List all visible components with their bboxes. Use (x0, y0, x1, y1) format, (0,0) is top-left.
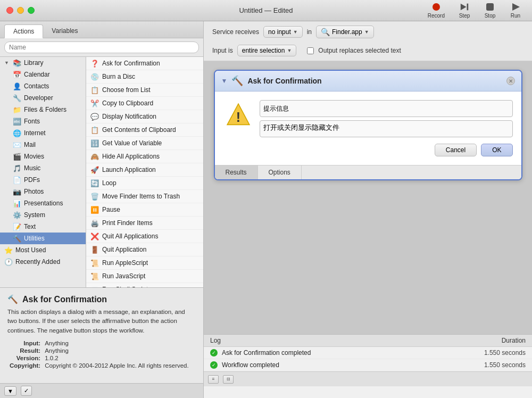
cat-library[interactable]: ▼ 📚 Library (0, 57, 86, 69)
search-bar (0, 38, 203, 57)
cat-fonts[interactable]: 🔤 Fonts (0, 115, 86, 127)
action-get-variable[interactable]: 🔢 Get Value of Variable (86, 137, 203, 150)
action-get-clipboard[interactable]: 📋 Get Contents of Clipboard (86, 123, 203, 137)
input-is-label: Input is (212, 47, 233, 54)
action-move-finder[interactable]: 🗑️ Move Finder Items to Trash (86, 190, 203, 203)
cat-label-movies: Movies (24, 153, 44, 160)
action-hide-all[interactable]: 🙈 Hide All Applications (86, 150, 203, 163)
action-burn-disc[interactable]: 💿 Burn a Disc (86, 70, 203, 84)
ok-button[interactable]: OK (481, 144, 512, 156)
step-button[interactable]: Step (454, 0, 475, 21)
contacts-icon: 👤 (13, 82, 21, 90)
card-tabs: Results Options (215, 165, 521, 179)
cat-calendar[interactable]: 📅 Calendar (0, 69, 86, 80)
cat-system[interactable]: ⚙️ System (0, 209, 86, 221)
cat-utilities[interactable]: 🔨 Utilities (0, 233, 86, 244)
cat-label-presentations: Presentations (24, 200, 63, 207)
confirm-body-textarea[interactable]: 打开或关闭显示隐藏文件 (260, 120, 513, 137)
maximize-button[interactable] (28, 7, 35, 14)
cat-music[interactable]: 🎵 Music (0, 162, 86, 174)
action-copy-clipboard[interactable]: ✂️ Copy to Clipboard (86, 97, 203, 110)
cat-movies[interactable]: 🎬 Movies (0, 151, 86, 162)
output-replaces-checkbox[interactable] (307, 47, 314, 54)
tab-options[interactable]: Options (258, 165, 302, 179)
tab-variables[interactable]: Variables (43, 24, 86, 38)
calendar-icon: 📅 (13, 70, 21, 79)
cat-developer[interactable]: 🔧 Developer (0, 92, 86, 104)
record-button[interactable]: Record (423, 0, 449, 21)
action-label-move: Move Finder Items to Trash (102, 193, 180, 200)
log-clear-button[interactable]: ⊟ (223, 375, 234, 384)
cat-label-utilities: Utilities (24, 235, 45, 242)
cat-files[interactable]: 📁 Files & Folders (0, 104, 86, 115)
main-layout: Actions Variables ▼ 📚 Library 📅 Calendar (0, 21, 532, 398)
action-display-notification[interactable]: 💬 Display Notification (86, 110, 203, 123)
action-icon-pause: ⏸️ (90, 205, 99, 214)
cat-mail[interactable]: ✉️ Mail (0, 139, 86, 151)
action-run-applescript[interactable]: 📜 Run AppleScript (86, 256, 203, 270)
run-icon (511, 2, 520, 12)
svg-rect-1 (467, 4, 469, 11)
action-print-finder[interactable]: 🖨️ Print Finder Items (86, 217, 203, 230)
cat-most-used[interactable]: ⭐ Most Used (0, 244, 86, 256)
cat-recently-added[interactable]: 🕐 Recently Added (0, 256, 86, 268)
input-is-dropdown[interactable]: entire selection ▼ (237, 45, 297, 56)
action-label-quitapp: Quit Application (102, 246, 146, 253)
service-receives-dropdown[interactable]: no input ▼ (263, 26, 303, 38)
action-launch-app[interactable]: 🚀 Launch Application (86, 163, 203, 177)
developer-icon: 🔧 (13, 94, 21, 102)
cat-label-system: System (24, 211, 45, 219)
cat-text[interactable]: 📝 Text (0, 221, 86, 233)
cat-presentations[interactable]: 📊 Presentations (0, 197, 86, 209)
search-input[interactable] (4, 42, 199, 53)
check-icon: ✓ (24, 387, 29, 394)
action-quit-app[interactable]: 🚪 Quit Application (86, 243, 203, 256)
bottom-toolbar: ▼ ✓ (0, 383, 203, 398)
action-run-javascript[interactable]: 📜 Run JavaScript (86, 270, 203, 283)
svg-marker-3 (512, 3, 520, 11)
minimize-button[interactable] (17, 7, 24, 14)
action-run-shell[interactable]: 💻 Run Shell Script (86, 283, 203, 287)
action-label-ask: Ask for Confirmation (102, 60, 160, 67)
action-quit-all[interactable]: ❌ Quit All Applications (86, 230, 203, 243)
left-panel: Actions Variables ▼ 📚 Library 📅 Calendar (0, 21, 204, 398)
workflow-canvas[interactable]: ▼ 🔨 Ask for Confirmation ✕ ! (204, 61, 532, 334)
cat-internet[interactable]: 🌐 Internet (0, 127, 86, 139)
input-label: Input: (7, 339, 43, 347)
cat-label-photos: Photos (24, 188, 44, 195)
action-icon-burn: 💿 (90, 72, 99, 81)
cancel-button[interactable]: Cancel (435, 144, 477, 156)
log-check-1: ✓ (210, 349, 218, 356)
action-icon-js: 📜 (90, 272, 99, 280)
finder-app-dropdown[interactable]: 🔍 Finder.app ▼ (316, 26, 374, 38)
run-button[interactable]: Run (505, 0, 526, 21)
cat-contacts[interactable]: 👤 Contacts (0, 80, 86, 92)
close-button[interactable] (6, 7, 13, 14)
cat-pdfs[interactable]: 📄 PDFs (0, 174, 86, 186)
stop-button[interactable]: Stop (480, 0, 500, 21)
svg-text:!: ! (236, 110, 240, 125)
card-chevron-icon[interactable]: ▼ (221, 77, 228, 85)
tab-results[interactable]: Results (215, 165, 258, 179)
tab-actions[interactable]: Actions (4, 24, 43, 38)
action-pause[interactable]: ⏸️ Pause (86, 203, 203, 217)
log-list-button[interactable]: ≡ (208, 375, 219, 384)
result-value: Anything (43, 347, 191, 354)
card-title: Ask for Confirmation (247, 77, 502, 85)
action-ask-confirmation[interactable]: ❓ Ask for Confirmation (86, 57, 203, 70)
confirm-title-input[interactable] (260, 100, 513, 117)
info-panel: 🔨 Ask for Confirmation This action displ… (0, 287, 203, 383)
card-close-button[interactable]: ✕ (506, 77, 515, 85)
fonts-icon: 🔤 (13, 117, 21, 126)
mail-icon: ✉️ (13, 140, 21, 149)
add-action-button[interactable]: ▼ (4, 386, 16, 396)
action-choose-list[interactable]: 📋 Choose from List (86, 84, 203, 97)
cat-label-contacts: Contacts (24, 82, 49, 90)
cat-photos[interactable]: 📷 Photos (0, 186, 86, 197)
action-loop[interactable]: 🔄 Loop (86, 177, 203, 190)
finder-icon: 🔍 (321, 28, 330, 36)
check-button[interactable]: ✓ (21, 386, 32, 396)
log-header: Log Duration (204, 335, 532, 347)
presentations-icon: 📊 (13, 199, 21, 208)
svg-marker-0 (461, 4, 467, 11)
